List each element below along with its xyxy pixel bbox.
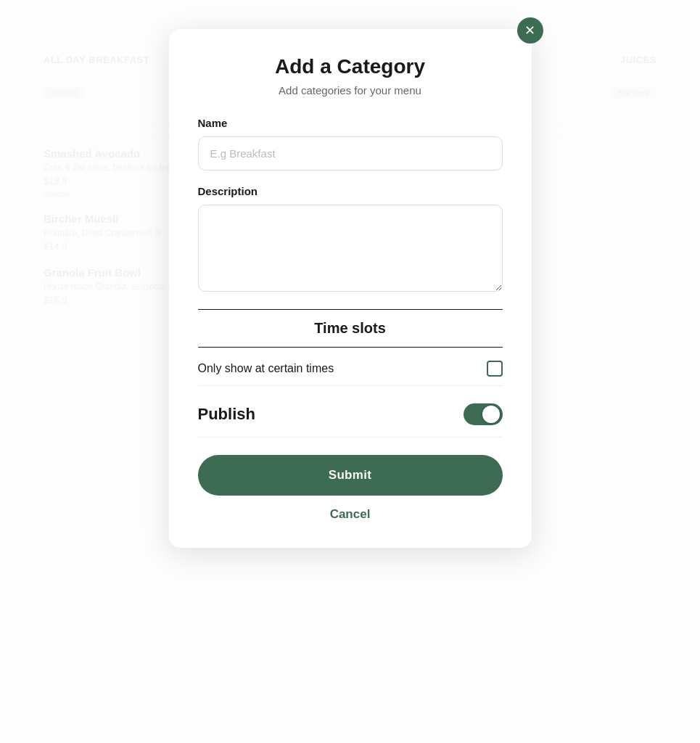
submit-button[interactable]: Submit bbox=[198, 455, 503, 496]
publish-row: Publish bbox=[198, 386, 503, 438]
only-show-row: Only show at certain times bbox=[198, 348, 503, 386]
only-show-label: Only show at certain times bbox=[198, 362, 334, 375]
timeslots-title: Time slots bbox=[198, 320, 503, 337]
timeslots-divider-top bbox=[198, 309, 503, 310]
publish-label: Publish bbox=[198, 405, 255, 424]
description-textarea[interactable] bbox=[198, 205, 503, 292]
add-category-modal: ✕ Add a Category Add categories for your… bbox=[169, 29, 532, 548]
publish-toggle-wrapper[interactable] bbox=[464, 403, 503, 425]
only-show-checkbox[interactable] bbox=[487, 361, 503, 377]
close-button[interactable]: ✕ bbox=[517, 17, 543, 44]
description-label: Description bbox=[198, 185, 503, 197]
publish-toggle-slider bbox=[464, 403, 503, 425]
modal-overlay: ✕ Add a Category Add categories for your… bbox=[0, 0, 700, 743]
name-input[interactable] bbox=[198, 136, 503, 171]
modal-title: Add a Category bbox=[198, 55, 503, 78]
cancel-button[interactable]: Cancel bbox=[198, 507, 503, 522]
modal-subtitle: Add categories for your menu bbox=[198, 84, 503, 97]
name-label: Name bbox=[198, 117, 503, 129]
